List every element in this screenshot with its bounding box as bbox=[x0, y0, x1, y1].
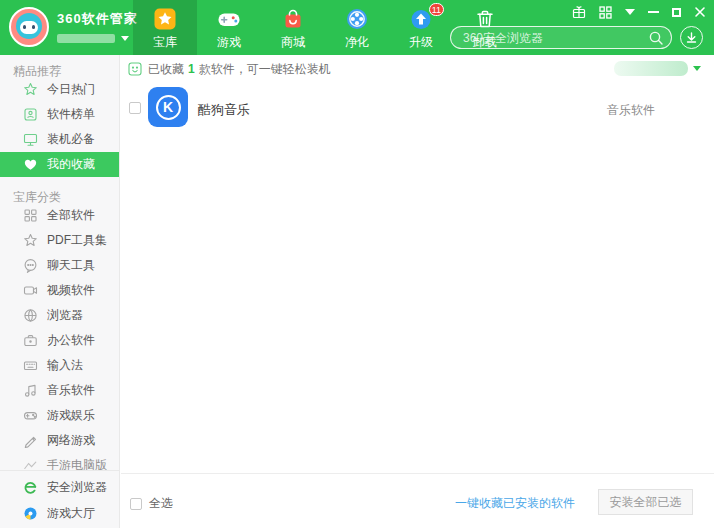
sidebar-item-label: 手游电脑版 bbox=[47, 457, 107, 470]
sidebar-item-my-favorites[interactable]: 我的收藏 bbox=[0, 152, 119, 177]
sidebar-item-label: PDF工具集 bbox=[47, 232, 107, 249]
game-hall-icon bbox=[23, 506, 38, 521]
grid-icon bbox=[23, 208, 38, 223]
search-icon[interactable] bbox=[648, 30, 664, 46]
tab-upgrade[interactable]: 11 升级 bbox=[389, 0, 453, 55]
minimize-button[interactable] bbox=[648, 11, 659, 13]
sidebar-item-label: 视频软件 bbox=[47, 282, 95, 299]
sidebar-item-label: 输入法 bbox=[47, 357, 83, 374]
summary-suffix: 款软件，可一键轻松装机 bbox=[199, 61, 331, 78]
select-all-control[interactable]: 全选 bbox=[130, 495, 173, 512]
collect-installed-link[interactable]: 一键收藏已安装的软件 bbox=[455, 495, 575, 512]
sidebar-item-software-ranking[interactable]: 软件榜单 bbox=[0, 102, 119, 127]
sort-dropdown[interactable] bbox=[614, 61, 701, 76]
chevron-down-icon bbox=[121, 36, 129, 41]
monitor-icon bbox=[23, 132, 38, 147]
safe-browser-icon bbox=[23, 480, 38, 495]
tab-label: 净化 bbox=[345, 34, 369, 51]
controller-icon bbox=[23, 408, 38, 423]
sidebar-item-label: 办公软件 bbox=[47, 332, 95, 349]
sidebar-item-game-entertainment[interactable]: 游戏娱乐 bbox=[0, 403, 119, 428]
search-input[interactable] bbox=[463, 28, 643, 47]
gift-box-icon[interactable] bbox=[572, 5, 586, 19]
sidebar-item-label: 网络游戏 bbox=[47, 432, 95, 449]
sidebar-item-label: 安全浏览器 bbox=[47, 479, 107, 496]
sort-label-redacted bbox=[614, 61, 688, 76]
star-icon bbox=[23, 82, 38, 97]
sidebar-item-all-software[interactable]: 全部软件 bbox=[0, 203, 119, 228]
sidebar-item-mobile-games-pc[interactable]: 手游电脑版 bbox=[0, 453, 119, 470]
fan-icon bbox=[346, 7, 368, 31]
row-checkbox[interactable] bbox=[129, 102, 141, 114]
sidebar-item-label: 游戏娱乐 bbox=[47, 407, 95, 424]
tab-games[interactable]: 游戏 bbox=[197, 0, 261, 55]
upgrade-arrow-icon: 11 bbox=[410, 7, 432, 31]
software-row-kugou: K 酷狗音乐 音乐软件 bbox=[121, 85, 714, 131]
content-footer: 全选 一键收藏已安装的软件 安装全部已选 bbox=[121, 473, 714, 528]
tab-clean[interactable]: 净化 bbox=[325, 0, 389, 55]
tab-label: 宝库 bbox=[153, 34, 177, 51]
apps-grid-icon[interactable] bbox=[599, 6, 612, 19]
tab-label: 升级 bbox=[409, 34, 433, 51]
tab-treasury[interactable]: 宝库 bbox=[133, 0, 197, 55]
treasury-star-icon bbox=[154, 7, 176, 31]
sidebar-item-label: 今日热门 bbox=[47, 81, 95, 98]
tab-label: 商城 bbox=[281, 34, 305, 51]
summary-prefix: 已收藏 bbox=[148, 61, 184, 78]
app-window: 360软件管家 宝库 游戏 bbox=[0, 0, 714, 528]
sidebar-section-title: 宝库分类 bbox=[0, 177, 119, 203]
sidebar-item-label: 游戏大厅 bbox=[47, 505, 95, 522]
software-category: 音乐软件 bbox=[607, 102, 655, 119]
mountain-icon bbox=[23, 458, 38, 470]
select-all-checkbox[interactable] bbox=[130, 498, 142, 510]
sidebar-item-label: 装机必备 bbox=[47, 131, 95, 148]
video-camera-icon bbox=[23, 283, 38, 298]
sidebar-item-label: 聊天工具 bbox=[47, 257, 95, 274]
rocket-icon bbox=[23, 433, 38, 448]
close-button[interactable] bbox=[694, 6, 706, 18]
chat-bubble-icon bbox=[23, 258, 38, 273]
tab-mall[interactable]: 商城 bbox=[261, 0, 325, 55]
sidebar-item-label: 浏览器 bbox=[47, 307, 83, 324]
skin-menu-icon[interactable] bbox=[625, 9, 635, 15]
search-box bbox=[450, 26, 672, 49]
header-bar: 360软件管家 宝库 游戏 bbox=[0, 0, 714, 55]
heart-icon bbox=[23, 157, 38, 172]
maximize-button[interactable] bbox=[672, 8, 681, 17]
sidebar-item-label: 我的收藏 bbox=[47, 156, 95, 173]
download-manager-button[interactable] bbox=[680, 26, 703, 49]
sidebar-item-browsers[interactable]: 浏览器 bbox=[0, 303, 119, 328]
sidebar-item-chat-tools[interactable]: 聊天工具 bbox=[0, 253, 119, 278]
globe-icon bbox=[23, 308, 38, 323]
chevron-down-icon bbox=[693, 66, 701, 71]
sidebar-footer: 安全浏览器 游戏大厅 bbox=[0, 470, 119, 528]
sidebar-item-pdf-tools[interactable]: PDF工具集 bbox=[0, 228, 119, 253]
smiley-box-icon bbox=[128, 62, 142, 76]
window-controls bbox=[572, 5, 706, 19]
user-account-dropdown[interactable] bbox=[57, 34, 138, 43]
sidebar-item-label: 全部软件 bbox=[47, 207, 95, 224]
sidebar-item-music-software[interactable]: 音乐软件 bbox=[0, 378, 119, 403]
sidebar-item-safe-browser[interactable]: 安全浏览器 bbox=[0, 474, 119, 500]
software-name: 酷狗音乐 bbox=[198, 101, 250, 119]
sidebar-item-office-software[interactable]: 办公软件 bbox=[0, 328, 119, 353]
logo-area: 360软件管家 bbox=[9, 7, 138, 47]
sidebar-item-game-hall[interactable]: 游戏大厅 bbox=[0, 500, 119, 526]
tab-label: 游戏 bbox=[217, 34, 241, 51]
sidebar-item-essential-installs[interactable]: 装机必备 bbox=[0, 127, 119, 152]
briefcase-icon bbox=[23, 333, 38, 348]
gamepad-icon bbox=[217, 7, 241, 31]
star-outline-icon bbox=[23, 233, 38, 248]
sidebar-item-video-software[interactable]: 视频软件 bbox=[0, 278, 119, 303]
shopping-bag-icon bbox=[282, 7, 304, 31]
sidebar-item-online-games[interactable]: 网络游戏 bbox=[0, 428, 119, 453]
sidebar: 精品推荐 今日热门 软件榜单 装机必备 我的收藏 宝库分类 全部软件 bbox=[0, 55, 120, 528]
sidebar-scroll-area: 精品推荐 今日热门 软件榜单 装机必备 我的收藏 宝库分类 全部软件 bbox=[0, 55, 119, 470]
install-selected-button[interactable]: 安装全部已选 bbox=[598, 489, 693, 515]
sidebar-item-label: 软件榜单 bbox=[47, 106, 95, 123]
username-redacted bbox=[57, 34, 115, 43]
select-all-label: 全选 bbox=[149, 495, 173, 512]
music-note-icon bbox=[23, 383, 38, 398]
sidebar-item-input-methods[interactable]: 输入法 bbox=[0, 353, 119, 378]
sidebar-item-today-hot[interactable]: 今日热门 bbox=[0, 77, 119, 102]
